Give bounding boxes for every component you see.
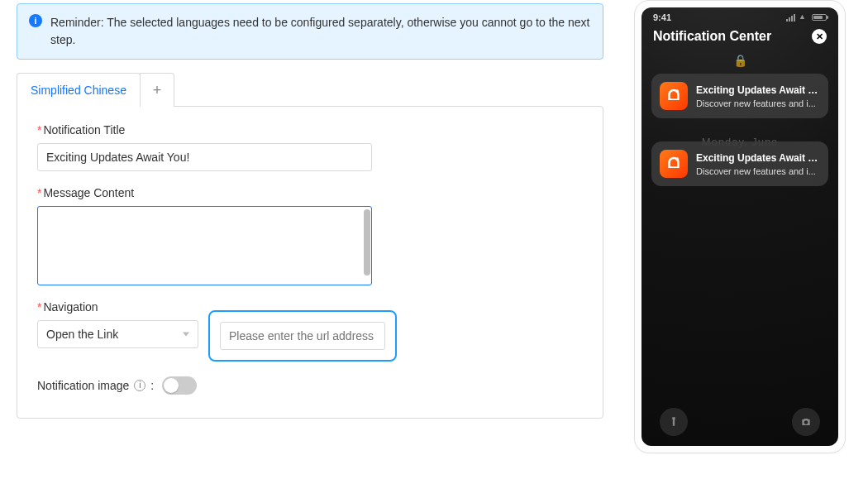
scrollbar-thumb[interactable] xyxy=(364,209,370,275)
notification-image-toggle[interactable] xyxy=(162,376,197,395)
notification-title-label-text: Notification Title xyxy=(43,123,125,137)
message-content-input[interactable] xyxy=(37,206,372,285)
app-icon xyxy=(660,82,688,110)
status-time: 9:41 xyxy=(653,12,671,22)
notification-image-label: Notification image xyxy=(37,379,129,392)
flashlight-icon xyxy=(660,408,688,436)
wifi-icon xyxy=(799,14,808,22)
language-tabs: Simplified Chinese + xyxy=(17,73,603,107)
phone-screen: 9:41 Notification Center ✕ 🔒 xyxy=(641,7,838,446)
notification-title-label: *Notification Title xyxy=(37,123,583,137)
message-content-label: *Message Content xyxy=(37,186,583,199)
battery-icon xyxy=(812,14,827,21)
navigation-label-text: Navigation xyxy=(43,300,98,314)
toggle-knob xyxy=(164,378,179,393)
tab-panel: *Notification Title *Message Content *Na… xyxy=(17,106,603,419)
notification-title-input[interactable] xyxy=(37,143,372,171)
camera-icon xyxy=(792,408,820,436)
notification-card: Exciting Updates Await You! Discover new… xyxy=(651,74,828,118)
notification-center-title: Notification Center xyxy=(653,29,771,44)
help-icon[interactable]: i xyxy=(134,380,145,391)
svg-point-0 xyxy=(675,89,679,93)
notification-card: Exciting Updates Await You! Discover new… xyxy=(651,141,828,186)
close-icon[interactable]: ✕ xyxy=(812,29,827,44)
chevron-down-icon xyxy=(183,333,189,337)
navigation-select-value: Open the Link xyxy=(46,328,118,341)
app-icon xyxy=(660,150,688,178)
required-asterisk: * xyxy=(37,300,41,314)
lock-icon: 🔒 xyxy=(733,54,747,67)
notification-body: Discover new features and i... xyxy=(696,166,820,176)
reminder-text: Reminder: The selected languages need to… xyxy=(50,14,591,49)
signal-icon xyxy=(786,14,795,22)
notification-body: Discover new features and i... xyxy=(696,98,820,108)
status-bar: 9:41 xyxy=(641,7,838,22)
message-content-label-text: Message Content xyxy=(43,186,134,199)
phone-preview: 9:41 Notification Center ✕ 🔒 xyxy=(634,0,846,453)
notification-title: Exciting Updates Await You! xyxy=(696,84,820,96)
info-icon: i xyxy=(29,14,42,27)
reminder-banner: i Reminder: The selected languages need … xyxy=(17,3,603,60)
notification-title: Exciting Updates Await You! xyxy=(696,152,820,164)
required-asterisk: * xyxy=(37,123,41,137)
colon: : xyxy=(150,379,154,392)
add-language-tab[interactable]: + xyxy=(140,73,174,107)
url-input[interactable] xyxy=(220,322,385,350)
navigation-select[interactable]: Open the Link xyxy=(37,320,198,348)
required-asterisk: * xyxy=(37,186,41,199)
url-input-highlight xyxy=(208,310,397,362)
tab-simplified-chinese[interactable]: Simplified Chinese xyxy=(17,73,141,107)
svg-point-1 xyxy=(675,157,679,160)
